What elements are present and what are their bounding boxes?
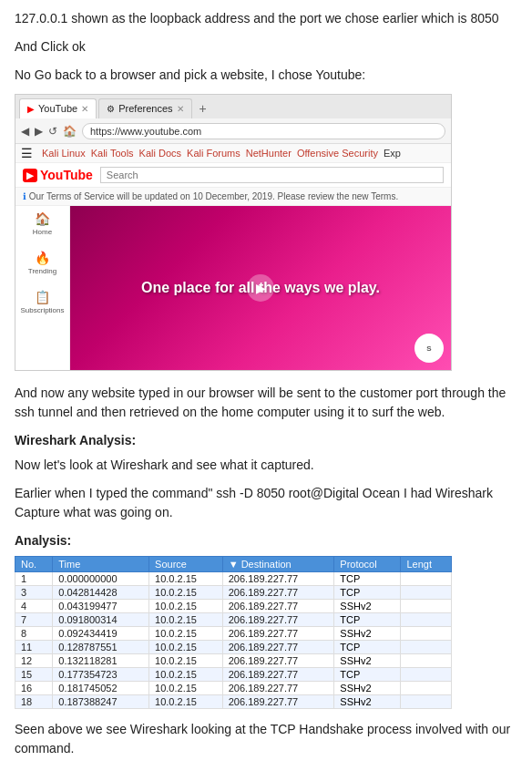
hamburger-icon[interactable]: ☰ xyxy=(21,146,33,160)
tab-preferences-close[interactable]: ✕ xyxy=(177,104,184,114)
yt-favicon: ▶ xyxy=(27,104,35,114)
nav-bar: ◀ ▶ ↺ 🏠 https://www.youtube.com xyxy=(15,118,451,144)
col-destination: ▼ Destination xyxy=(222,557,334,572)
table-cell: 0.181745052 xyxy=(53,682,149,695)
table-cell xyxy=(401,600,452,613)
table-cell xyxy=(401,654,452,668)
yt-sidebar: 🏠 Home 🔥 Trending 📋 Subscriptions xyxy=(15,206,70,370)
table-cell: 0.042814428 xyxy=(53,586,149,600)
table-cell xyxy=(401,668,452,682)
table-cell: 10.0.2.15 xyxy=(149,600,223,613)
sidebar-home-label: Home xyxy=(33,228,52,236)
table-cell: SSHv2 xyxy=(334,695,401,709)
bookmark-kali-forums[interactable]: Kali Forums xyxy=(187,148,240,159)
home-button[interactable]: 🏠 xyxy=(63,125,77,138)
yt-notice-text: Our Terms of Service will be updated on … xyxy=(29,191,398,201)
yt-main-area: 🏠 Home 🔥 Trending 📋 Subscriptions xyxy=(15,206,451,370)
table-cell: 16 xyxy=(15,682,53,695)
table-cell: SSHv2 xyxy=(334,654,401,668)
yt-play-button[interactable]: ▶ xyxy=(247,274,274,302)
yt-stadia-logo: S xyxy=(414,334,444,363)
col-source: Source xyxy=(149,557,223,572)
back-button[interactable]: ◀ xyxy=(21,125,29,138)
table-cell xyxy=(401,613,452,627)
table-cell xyxy=(401,682,452,695)
sidebar-item-trending[interactable]: 🔥 Trending xyxy=(28,251,56,275)
browser-content: ▶ YouTube ℹ Our Terms of Service will be… xyxy=(15,163,451,370)
conclusion-text: Seen above we see Wireshark looking at t… xyxy=(15,720,517,758)
info-icon: ℹ xyxy=(23,191,26,201)
table-cell: 3 xyxy=(15,586,53,600)
table-cell: TCP xyxy=(334,572,401,586)
table-cell: SSHv2 xyxy=(334,682,401,695)
table-cell: TCP xyxy=(334,586,401,600)
home-icon: 🏠 xyxy=(35,211,50,226)
table-cell: 1 xyxy=(15,572,53,586)
table-cell: 15 xyxy=(15,668,53,682)
bookmark-exp[interactable]: Exp xyxy=(384,148,401,159)
sidebar-item-home[interactable]: 🏠 Home xyxy=(33,211,52,236)
table-cell: 0.177354723 xyxy=(53,668,149,682)
bookmark-kali-linux[interactable]: Kali Linux xyxy=(42,148,86,159)
table-cell xyxy=(401,695,452,709)
yt-logo-text: YouTube xyxy=(40,168,93,182)
refresh-button[interactable]: ↺ xyxy=(48,125,57,138)
table-cell: 0.000000000 xyxy=(53,572,149,586)
intro-paragraph-1: 127.0.0.1 shown as the loopback address … xyxy=(15,9,517,28)
sidebar-item-subscriptions[interactable]: 📋 Subscriptions xyxy=(20,290,64,314)
col-protocol: Protocol xyxy=(334,557,401,572)
table-cell: 10.0.2.15 xyxy=(149,695,223,709)
sidebar-subscriptions-label: Subscriptions xyxy=(20,306,64,314)
table-cell: 0.132118281 xyxy=(53,654,149,668)
table-cell: 10.0.2.15 xyxy=(149,641,223,654)
tab-preferences[interactable]: ⚙ Preferences ✕ xyxy=(98,98,191,118)
forward-button[interactable]: ▶ xyxy=(35,125,43,138)
table-cell: 18 xyxy=(15,695,53,709)
yt-logo: ▶ YouTube xyxy=(23,168,93,182)
table-cell: 10.0.2.15 xyxy=(149,654,223,668)
table-row: 40.04319947710.0.2.15206.189.227.77SSHv2 xyxy=(15,600,452,613)
yt-hero-background: One place for all the ways we play. ▶ S xyxy=(70,206,451,370)
table-row: 80.09243441910.0.2.15206.189.227.77SSHv2 xyxy=(15,627,452,641)
table-cell xyxy=(401,572,452,586)
yt-search-input[interactable] xyxy=(100,167,444,183)
table-row: 150.17735472310.0.2.15206.189.227.77TCP xyxy=(15,668,452,682)
sidebar-trending-label: Trending xyxy=(28,267,56,275)
table-cell: SSHv2 xyxy=(334,627,401,641)
table-cell: 206.189.227.77 xyxy=(222,572,334,586)
table-cell: TCP xyxy=(334,668,401,682)
table-cell: 0.091800314 xyxy=(53,613,149,627)
bookmark-nethunter[interactable]: NetHunter xyxy=(246,148,292,159)
col-length: Lengt xyxy=(401,557,452,572)
tab-bar: ▶ YouTube ✕ ⚙ Preferences ✕ + xyxy=(15,95,451,118)
page-content: 127.0.0.1 shown as the loopback address … xyxy=(15,9,517,758)
table-row: 160.18174505210.0.2.15206.189.227.77SSHv… xyxy=(15,682,452,695)
table-cell xyxy=(401,641,452,654)
prefs-icon: ⚙ xyxy=(107,104,115,114)
table-cell: 206.189.227.77 xyxy=(222,613,334,627)
table-cell: 10.0.2.15 xyxy=(149,682,223,695)
intro-paragraph-3: No Go back to a browser and pick a websi… xyxy=(15,66,517,85)
table-cell: 0.043199477 xyxy=(53,600,149,613)
tab-youtube-close[interactable]: ✕ xyxy=(81,104,88,114)
table-cell: 10.0.2.15 xyxy=(149,572,223,586)
address-bar[interactable]: https://www.youtube.com xyxy=(82,123,445,139)
bookmarks-bar: ☰ Kali Linux Kali Tools Kali Docs Kali F… xyxy=(15,144,451,163)
table-cell: 8 xyxy=(15,627,53,641)
table-row: 120.13211828110.0.2.15206.189.227.77SSHv… xyxy=(15,654,452,668)
bookmark-offensive-security[interactable]: Offensive Security xyxy=(297,148,378,159)
analysis-heading: Analysis: xyxy=(15,531,517,550)
table-cell: 4 xyxy=(15,600,53,613)
table-cell: SSHv2 xyxy=(334,600,401,613)
tab-youtube-label: YouTube xyxy=(38,103,77,114)
table-cell: 206.189.227.77 xyxy=(222,586,334,600)
table-cell: 0.092434419 xyxy=(53,627,149,641)
tab-youtube[interactable]: ▶ YouTube ✕ xyxy=(19,98,97,118)
wireshark-desc-1: Now let's look at Wireshark and see what… xyxy=(15,456,517,475)
new-tab-button[interactable]: + xyxy=(194,99,212,118)
yt-hero-area: One place for all the ways we play. ▶ S xyxy=(70,206,451,370)
bookmark-kali-tools[interactable]: Kali Tools xyxy=(91,148,134,159)
bookmark-kali-docs[interactable]: Kali Docs xyxy=(139,148,181,159)
table-cell: 206.189.227.77 xyxy=(222,695,334,709)
table-cell: 0.128787551 xyxy=(53,641,149,654)
